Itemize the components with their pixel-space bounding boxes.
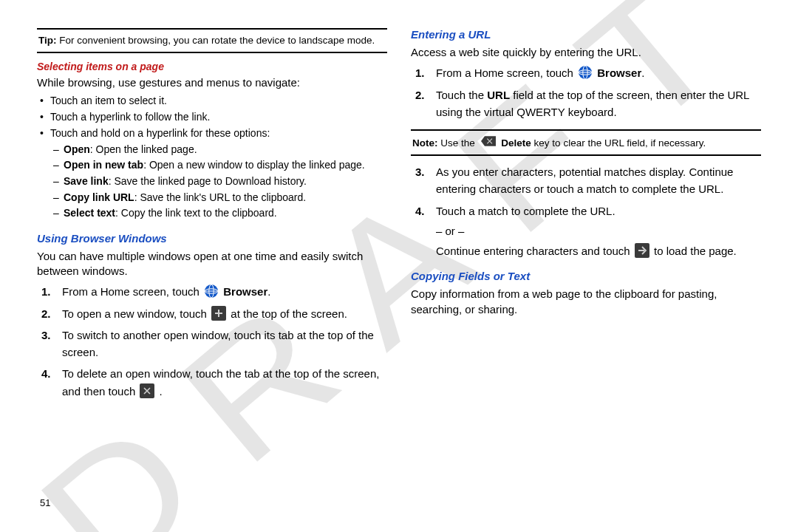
step-number: 3. — [411, 163, 436, 198]
list-item: 3. To switch to another open window, tou… — [37, 327, 387, 361]
list-item: •Touch an item to select it. — [40, 93, 387, 109]
arrow-right-icon — [635, 243, 649, 258]
tip-text: For convenient browsing, you can rotate … — [59, 35, 375, 46]
heading-browser-windows: Using Browser Windows — [37, 232, 387, 245]
right-column: Entering a URL Access a web site quickly… — [411, 28, 761, 404]
bullet-list: •Touch an item to select it. •Touch a hy… — [40, 93, 387, 222]
or-separator: – or – — [436, 222, 761, 239]
list-item: 1. From a Home screen, touch Browser. — [37, 283, 387, 300]
browser-globe-icon — [204, 284, 219, 299]
browser-globe-icon — [578, 65, 593, 80]
list-item: 3. As you enter characters, potential ma… — [411, 163, 761, 198]
close-icon — [140, 383, 154, 398]
tip-callout: Tip: For convenient browsing, you can ro… — [37, 28, 387, 53]
delete-key-icon — [480, 135, 497, 147]
list-item: –Copy link URL: Save the link's URL to t… — [53, 190, 387, 206]
two-column-layout: Tip: For convenient browsing, you can ro… — [37, 28, 761, 404]
step-number: 4. — [37, 365, 62, 400]
note-label: Note: — [412, 137, 438, 149]
intro-browser-windows: You can have multiple windows open at on… — [37, 249, 387, 279]
step-number: 4. — [411, 202, 436, 260]
plus-icon — [211, 306, 226, 321]
heading-entering-url: Entering a URL — [411, 28, 761, 41]
list-item: –Save link: Save the linked page to Down… — [53, 174, 387, 190]
heading-copying-fields: Copying Fields or Text — [411, 270, 761, 282]
list-item: •Touch a hyperlink to follow the link. — [40, 109, 387, 126]
step-number: 2. — [37, 305, 62, 322]
numbered-steps-right-b: 3. As you enter characters, potential ma… — [411, 163, 761, 259]
list-item: •Touch and hold on a hyperlink for these… — [40, 126, 387, 142]
list-item: 2. Touch the URL field at the top of the… — [411, 86, 761, 121]
list-item: 1. From a Home screen, touch Browser. — [411, 64, 761, 81]
step-number: 3. — [37, 327, 62, 361]
dash-sublist: –Open: Open the linked page. –Open in ne… — [53, 142, 387, 222]
bullet-text: Touch and hold on a hyperlink for these … — [50, 126, 270, 142]
page-number: 51 — [40, 497, 50, 508]
tip-label: Tip: — [38, 35, 57, 46]
step-number: 2. — [411, 86, 436, 121]
heading-selecting-items: Selecting items on a page — [37, 61, 387, 72]
step-number: 1. — [37, 283, 62, 300]
list-item: 4. Touch a match to complete the URL. – … — [411, 202, 761, 260]
left-column: Tip: For convenient browsing, you can ro… — [37, 28, 387, 404]
bullet-text: Touch an item to select it. — [50, 93, 167, 109]
list-item: –Open: Open the linked page. — [53, 142, 387, 158]
bullet-text: Touch a hyperlink to follow the link. — [50, 109, 210, 126]
numbered-steps-right-a: 1. From a Home screen, touch Browser. 2.… — [411, 64, 761, 120]
numbered-steps-left: 1. From a Home screen, touch Browser. 2.… — [37, 283, 387, 400]
step-number: 1. — [411, 64, 436, 81]
list-item: –Open in new tab: Open a new window to d… — [53, 157, 387, 174]
list-item: –Select text: Copy the link text to the … — [53, 205, 387, 222]
note-callout: Note: Use the Delete key to clear the UR… — [411, 129, 761, 156]
list-item: 4. To delete an open window, touch the t… — [37, 365, 387, 400]
list-item: 2. To open a new window, touch at the to… — [37, 305, 387, 322]
intro-selecting-items: While browsing, use gestures and menus t… — [37, 75, 387, 90]
intro-entering-url: Access a web site quickly by entering th… — [411, 45, 761, 60]
intro-copying-fields: Copy information from a web page to the … — [411, 287, 761, 317]
